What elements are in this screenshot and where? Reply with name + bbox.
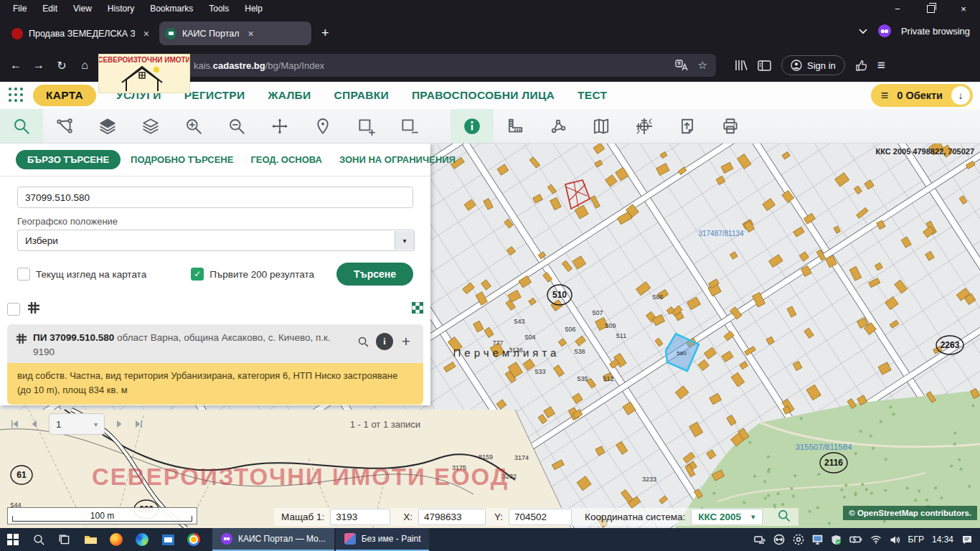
tab-detailed-search[interactable]: ПОДРОБНО ТЪРСЕНЕ bbox=[131, 154, 233, 165]
scale-value[interactable]: 3193 bbox=[330, 509, 390, 525]
tab-quick-search[interactable]: БЪРЗО ТЪРСЕНЕ bbox=[16, 150, 121, 169]
nav-spravki[interactable]: СПРАВКИ bbox=[334, 89, 389, 102]
zoom-in-tool-button[interactable] bbox=[172, 109, 215, 143]
edge-icon[interactable] bbox=[129, 528, 155, 551]
select-all-checkbox[interactable] bbox=[7, 303, 20, 316]
zoom-to-results-icon[interactable] bbox=[412, 302, 423, 316]
objects-download-icon[interactable]: ↓ bbox=[951, 86, 970, 105]
menu-tools[interactable]: Tools bbox=[202, 1, 236, 16]
page-prev-button[interactable] bbox=[30, 420, 37, 428]
tab1-close-icon[interactable]: × bbox=[143, 28, 149, 39]
coordinate-grid-button[interactable] bbox=[623, 109, 666, 143]
tab-kais-portal[interactable]: КАИС Портал × bbox=[159, 22, 311, 45]
defender-icon[interactable] bbox=[831, 534, 842, 545]
x-value[interactable]: 4798633 bbox=[418, 509, 486, 525]
ruler-measure-button[interactable] bbox=[494, 109, 537, 143]
home-icon[interactable]: ⌂ bbox=[73, 59, 96, 72]
nav-karta[interactable]: КАРТА bbox=[33, 85, 96, 106]
layers-outline-button[interactable] bbox=[129, 109, 172, 143]
zoom-rect-in-button[interactable] bbox=[344, 109, 387, 143]
taskbar-search-icon[interactable] bbox=[26, 528, 52, 551]
restore-button[interactable] bbox=[914, 0, 947, 17]
result-add-icon[interactable]: + bbox=[397, 333, 415, 350]
layers-filled-button[interactable] bbox=[86, 109, 129, 143]
taskbar-window-kais[interactable]: КАИС Портал — Mo... bbox=[212, 528, 334, 551]
sidebar-icon[interactable] bbox=[758, 60, 771, 71]
nav-registri[interactable]: РЕГИСТРИ bbox=[184, 89, 245, 102]
library-icon[interactable] bbox=[735, 60, 748, 71]
result-row[interactable]: ПИ 37099.510.580 област Варна, община Ак… bbox=[7, 324, 423, 363]
start-button[interactable] bbox=[0, 528, 26, 551]
pan-tool-button[interactable] bbox=[258, 109, 301, 143]
close-window-button[interactable]: × bbox=[947, 0, 980, 17]
location-pin-button[interactable] bbox=[301, 109, 344, 143]
crs-select[interactable]: ККС 2005 ▾ bbox=[691, 509, 762, 525]
obs-icon[interactable] bbox=[793, 534, 804, 545]
coordinate-search-icon[interactable] bbox=[777, 509, 791, 525]
zoom-rect-out-button[interactable] bbox=[387, 109, 430, 143]
menu-bookmarks[interactable]: Bookmarks bbox=[143, 1, 200, 16]
search-tool-button[interactable] bbox=[0, 109, 43, 143]
taskbar-window-paint[interactable]: Без име - Paint bbox=[336, 528, 430, 551]
tab-prodava[interactable]: Продава ЗЕМЕДЕЛСКА ЗЕМЯ в × bbox=[6, 22, 155, 45]
menu-history[interactable]: History bbox=[100, 1, 141, 16]
geo-position-select[interactable]: Избери ▾ bbox=[17, 230, 415, 251]
print-button[interactable] bbox=[709, 109, 752, 143]
osm-attribution[interactable]: © OpenStreetMap contributors. bbox=[843, 506, 977, 520]
menu-help[interactable]: Help bbox=[237, 1, 270, 16]
first-200-checkbox[interactable]: ✓ bbox=[191, 268, 204, 281]
page-last-button[interactable] bbox=[135, 420, 143, 428]
map-fold-button[interactable] bbox=[580, 109, 623, 143]
thumbs-up-icon[interactable] bbox=[855, 60, 867, 72]
area-measure-button[interactable] bbox=[537, 109, 580, 143]
tab-geodetic-basis[interactable]: ГЕОД. ОСНОВА bbox=[250, 154, 322, 165]
tab-list-chevron-icon[interactable] bbox=[858, 28, 868, 34]
battery-icon[interactable] bbox=[849, 535, 862, 544]
tab2-close-icon[interactable]: × bbox=[248, 28, 254, 39]
bookmark-star-icon[interactable]: ☆ bbox=[698, 59, 707, 72]
zoom-out-tool-button[interactable] bbox=[215, 109, 258, 143]
firefox-icon[interactable] bbox=[103, 528, 129, 551]
menu-view[interactable]: View bbox=[66, 1, 99, 16]
result-info-icon[interactable]: i bbox=[376, 333, 393, 350]
clock[interactable]: 14:34 bbox=[932, 534, 953, 545]
menu-file[interactable]: File bbox=[6, 1, 34, 16]
back-icon[interactable]: ← bbox=[4, 59, 27, 72]
file-explorer-icon[interactable] bbox=[77, 528, 103, 551]
teamviewer-icon[interactable] bbox=[773, 534, 785, 545]
y-value[interactable]: 704502 bbox=[509, 509, 572, 525]
display-icon[interactable] bbox=[812, 534, 823, 545]
reload-icon[interactable]: ↻ bbox=[50, 59, 73, 72]
translate-icon[interactable] bbox=[675, 60, 688, 71]
nav-test[interactable]: ТЕСТ bbox=[578, 89, 607, 102]
url-field[interactable]: kais.cadastre.bg/bg/Map/Index ☆ bbox=[99, 54, 716, 77]
keyboard-language[interactable]: БГР bbox=[908, 534, 924, 545]
export-page-button[interactable] bbox=[666, 109, 709, 143]
new-tab-button[interactable]: + bbox=[321, 26, 329, 41]
action-center-icon[interactable] bbox=[961, 534, 973, 545]
task-view-icon[interactable] bbox=[52, 528, 77, 551]
volume-icon[interactable] bbox=[890, 535, 900, 545]
chrome-icon[interactable] bbox=[181, 528, 207, 551]
geo-select-caret-icon[interactable]: ▾ bbox=[395, 231, 414, 250]
app-menu-icon[interactable]: ≡ bbox=[877, 57, 885, 73]
page-first-button[interactable] bbox=[10, 420, 19, 428]
result-zoom-icon[interactable] bbox=[354, 333, 372, 350]
apps-grid-icon[interactable] bbox=[9, 88, 24, 103]
nav-pravosposobni[interactable]: ПРАВОСПОСОБНИ ЛИЦА bbox=[412, 89, 555, 102]
tab-restriction-zones[interactable]: ЗОНИ НА ОГРАНИЧЕНИЯ bbox=[339, 154, 456, 165]
menu-edit[interactable]: Edit bbox=[35, 1, 65, 16]
sign-in-button[interactable]: Sign in bbox=[781, 55, 845, 75]
page-select[interactable]: 1▾ bbox=[49, 413, 105, 435]
wifi-icon[interactable] bbox=[870, 535, 882, 544]
forward-icon[interactable]: → bbox=[27, 59, 50, 72]
current-view-checkbox[interactable] bbox=[17, 268, 30, 281]
screenshare-icon[interactable] bbox=[754, 535, 765, 545]
page-next-button[interactable] bbox=[116, 420, 123, 428]
minimize-button[interactable]: − bbox=[881, 0, 914, 17]
search-input[interactable] bbox=[17, 187, 413, 208]
objects-pill[interactable]: ≡ 0 Обекти ↓ bbox=[871, 84, 973, 107]
route-measure-button[interactable] bbox=[43, 109, 86, 143]
mail-app-icon[interactable] bbox=[155, 528, 181, 551]
info-tool-button[interactable] bbox=[451, 109, 494, 143]
